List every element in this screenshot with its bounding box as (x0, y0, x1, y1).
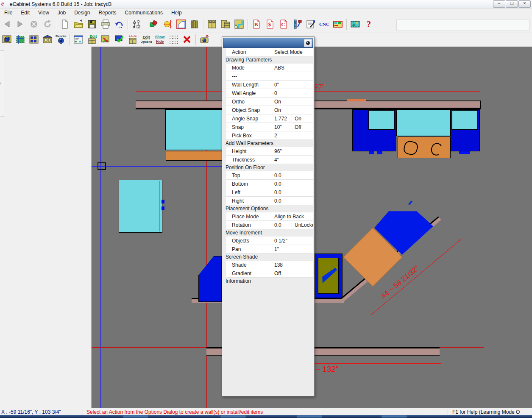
property-value[interactable]: 96" (271, 148, 313, 154)
menu-item-file[interactable]: File (0, 9, 17, 17)
minimize-button[interactable]: ‒ (493, 0, 505, 8)
windows-taskbar[interactable] (0, 415, 532, 418)
toolbar-button-edit-options[interactable]: EditOptions (139, 34, 153, 46)
property-extra[interactable]: UnLocked (292, 222, 313, 228)
toolbar-button-save-job[interactable] (85, 18, 99, 31)
cabinet-blue-right-right[interactable] (451, 109, 480, 151)
toolbar-button-lighting[interactable] (161, 18, 174, 31)
cabinet-blue-right-left[interactable] (352, 109, 396, 151)
toolbar-button-rendered-image[interactable] (348, 18, 362, 31)
dialog-row-bottom[interactable]: Bottom0.0 (226, 180, 313, 188)
property-value[interactable]: 4" (271, 157, 313, 163)
toolbar-button-bid[interactable]: B (250, 18, 263, 31)
dialog-row-snap[interactable]: Snap10"Off (226, 123, 313, 131)
menu-item-reports[interactable]: Reports (95, 9, 121, 17)
toolbar-button-cabinet-reports[interactable] (219, 18, 232, 31)
options-dialog-titlebar[interactable] (223, 38, 313, 48)
toolbar-button-edit-cabinet[interactable]: Edit (85, 34, 99, 46)
menu-item-help[interactable]: Help (167, 9, 186, 17)
toolbar-button-plan-view[interactable] (14, 34, 27, 46)
dialog-row-height[interactable]: Height96" (226, 147, 313, 156)
cabinet-counter-center[interactable] (396, 109, 451, 136)
property-value[interactable]: 0.0 (271, 173, 313, 178)
toolbar-button-open-job[interactable] (72, 18, 85, 31)
toolbar-button-library[interactable] (188, 18, 201, 31)
options-dialog[interactable]: ActionSelect ModeDrawing ParametersModeA… (222, 36, 315, 396)
dialog-row-wall-length[interactable]: Wall Length0" (226, 81, 313, 89)
menu-item-communications[interactable]: Communications (121, 9, 167, 17)
toolbar-button-job-notes[interactable] (304, 18, 318, 31)
toolbar-button-cutlist[interactable]: C (277, 18, 290, 31)
toolbar-button-room-3d-view[interactable] (0, 34, 14, 46)
property-value[interactable]: On (271, 99, 313, 105)
property-value[interactable]: 0" (271, 82, 313, 88)
toolbar-button-display-settings[interactable] (130, 18, 143, 31)
menu-item-job[interactable]: Job (53, 9, 70, 17)
dialog-row-gradient[interactable]: GradientOff (226, 269, 313, 278)
toolbar-button-cabinet-editor[interactable] (205, 18, 219, 31)
property-value[interactable]: Off (271, 270, 313, 276)
toolbar-button-grid-toggle[interactable] (167, 34, 180, 46)
cabinet-counter-top-left[interactable] (165, 109, 223, 150)
cabinet-corner-pentagon[interactable] (198, 256, 222, 302)
dialog-row-ortho[interactable]: OrthoOn (226, 98, 313, 106)
dialog-row-wall-angle[interactable]: Wall Angle0 (226, 89, 313, 98)
collapsed-palette[interactable]: › (0, 50, 4, 117)
cabinet-orange-top-left[interactable] (166, 151, 223, 161)
dialog-row-left[interactable]: Left0.0 (226, 188, 313, 197)
toolbar-button-room-walls[interactable] (41, 34, 54, 46)
dialog-row-thickness[interactable]: Thickness4" (226, 156, 313, 164)
maximize-button[interactable]: ❏ (506, 0, 518, 8)
dialog-row-pan[interactable]: Pan1" (226, 245, 313, 254)
property-value[interactable]: 0 1/2" (271, 238, 313, 244)
toolbar-button-render-view[interactable]: Render (54, 34, 68, 46)
toolbar-button-install-items[interactable] (99, 34, 112, 46)
dialog-row-mode[interactable]: ModeABS (226, 64, 313, 72)
close-button[interactable]: ✕ (518, 0, 531, 8)
property-value[interactable]: 2 (271, 133, 313, 139)
dialog-pin-button[interactable] (304, 39, 312, 47)
toolbar-button-help[interactable]: ? (362, 18, 376, 31)
toolbar-button-undo[interactable] (112, 18, 126, 31)
toolbar-button-measure-tools[interactable] (290, 18, 304, 31)
toolbar-button-delete[interactable] (180, 34, 194, 46)
toolbar-button-estimate[interactable]: +/−/= (126, 34, 139, 46)
toolbar-button-cost[interactable]: $ (263, 18, 277, 31)
dialog-row-place-mode[interactable]: Place ModeAlign to Back (226, 212, 313, 221)
toolbar-button-print[interactable] (99, 18, 112, 31)
property-value[interactable]: 1.772 (271, 116, 292, 122)
dialog-row-angle-snap[interactable]: Angle Snap1.772On (226, 114, 313, 123)
toolbar-button-nest-layout[interactable] (331, 18, 345, 31)
dialog-row-objects[interactable]: Objects0 1/2" (226, 237, 313, 245)
property-value[interactable]: 0.0 (271, 181, 313, 187)
property-value[interactable]: Select Mode (271, 49, 313, 55)
property-value[interactable]: 0 (271, 90, 313, 96)
dialog-row-right[interactable]: Right0.0 (226, 197, 313, 205)
property-value[interactable]: 0.0 (271, 189, 313, 195)
dialog-row-pick-box[interactable]: Pick Box2 (226, 131, 313, 140)
menu-item-edit[interactable]: Edit (17, 9, 34, 17)
toolbar-button-new-job[interactable] (58, 18, 72, 31)
property-value[interactable]: On (271, 107, 313, 113)
property-value[interactable]: 10" (271, 124, 292, 130)
property-value[interactable]: 0.0 (271, 222, 292, 228)
toolbar-button-floor-plan[interactable] (232, 18, 246, 31)
cabinet-middle-left[interactable] (119, 180, 162, 233)
toolbar-button-molding[interactable] (174, 18, 188, 31)
dialog-row--[interactable]: --- (226, 72, 313, 81)
toolbar-button-elevation-view[interactable] (27, 34, 41, 46)
property-extra[interactable]: Off (292, 124, 313, 130)
dialog-row-rotation[interactable]: Rotation0.0UnLocked (226, 221, 313, 229)
property-value[interactable]: Align to Back (271, 214, 313, 220)
dialog-row-action[interactable]: ActionSelect Mode (226, 48, 313, 56)
toolbar-button-materials[interactable] (147, 18, 161, 31)
dialog-row-object-snap[interactable]: Object SnapOn (226, 106, 313, 114)
toolbar-button-cnc-output[interactable]: CNC (318, 18, 331, 31)
toolbar-button-verify[interactable] (112, 34, 126, 46)
toolbar-button-options-dialog-toggle[interactable] (72, 34, 85, 46)
menu-item-view[interactable]: View (34, 9, 53, 17)
dialog-row-top[interactable]: Top0.0 (226, 171, 313, 180)
property-extra[interactable]: On (292, 116, 313, 122)
toolbar-button-snapshot[interactable] (198, 34, 211, 46)
property-value[interactable]: 138 (271, 262, 313, 268)
